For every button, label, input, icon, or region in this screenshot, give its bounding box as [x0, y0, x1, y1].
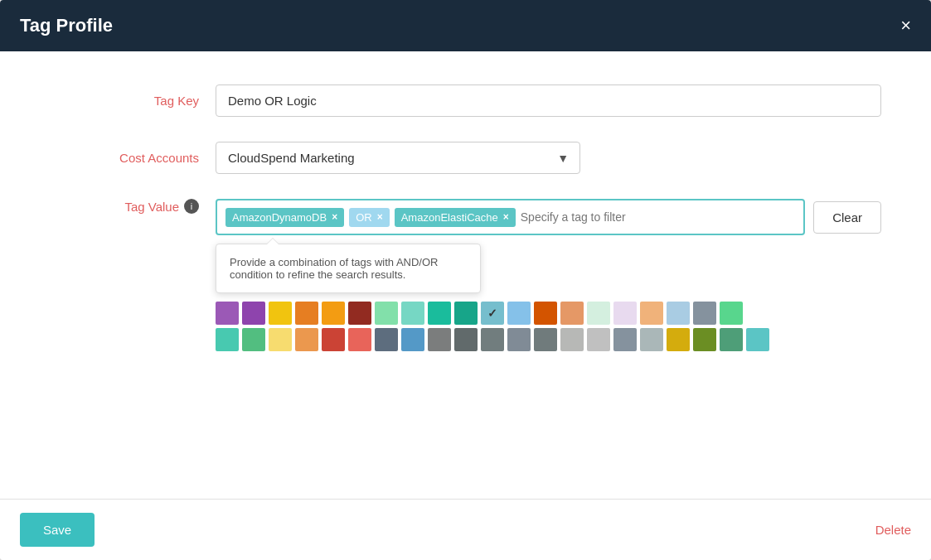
tag-chip-or: OR × [349, 208, 390, 227]
color-swatch[interactable] [216, 302, 239, 325]
color-swatch[interactable] [216, 328, 239, 351]
color-swatch[interactable] [640, 328, 663, 351]
modal-body: Tag Key Cost Accounts CloudSpend Marketi… [0, 51, 931, 499]
tag-chip-dynamodb-remove[interactable]: × [332, 211, 337, 223]
color-swatch[interactable] [454, 328, 478, 351]
tag-chip-or-label: OR [356, 211, 372, 224]
modal-header: Tag Profile × [0, 0, 931, 51]
tag-value-controls: AmazonDynamoDB × OR × AmazonElastiCache … [216, 199, 881, 235]
color-swatch[interactable] [322, 328, 345, 351]
color-swatch[interactable] [613, 328, 637, 351]
color-swatch[interactable] [613, 302, 637, 325]
color-swatch[interactable] [242, 328, 265, 351]
save-button[interactable]: Save [20, 513, 95, 547]
color-row-1: ✓ [216, 302, 881, 325]
color-swatch[interactable] [534, 302, 557, 325]
color-swatch[interactable] [375, 328, 398, 351]
tag-chip-elasticache-label: AmazonElastiCache [401, 211, 498, 224]
tag-key-label: Tag Key [50, 94, 216, 108]
color-swatch[interactable] [348, 302, 371, 325]
color-swatch[interactable] [560, 302, 584, 325]
color-swatch[interactable] [667, 328, 690, 351]
info-icon[interactable]: i [184, 199, 199, 214]
color-swatch[interactable] [242, 302, 265, 325]
tag-value-label-wrapper: Tag Value i [50, 199, 216, 214]
color-swatch[interactable] [428, 302, 451, 325]
color-swatch[interactable] [454, 302, 478, 325]
tag-filter-container[interactable]: AmazonDynamoDB × OR × AmazonElastiCache … [216, 199, 805, 235]
delete-button[interactable]: Delete [875, 523, 911, 537]
color-grid: ✓ [216, 302, 881, 351]
color-swatch[interactable] [507, 302, 531, 325]
tag-chip-dynamodb-label: AmazonDynamoDB [232, 211, 327, 224]
tag-chip-or-remove[interactable]: × [377, 211, 383, 223]
tooltip-text: Provide a combination of tags with AND/O… [230, 256, 438, 281]
tag-chip-dynamodb: AmazonDynamoDB × [225, 208, 344, 227]
color-swatch[interactable] [269, 302, 292, 325]
color-swatch[interactable] [693, 302, 716, 325]
color-swatch[interactable] [587, 328, 610, 351]
color-swatch[interactable] [746, 328, 769, 351]
color-swatch[interactable] [375, 302, 398, 325]
checkmark-icon: ✓ [487, 307, 497, 320]
color-swatch[interactable] [640, 302, 663, 325]
cost-accounts-select[interactable]: CloudSpend Marketing All Accounts [216, 142, 580, 174]
color-swatch[interactable] [693, 328, 716, 351]
color-swatch[interactable] [428, 328, 451, 351]
color-swatch[interactable] [560, 328, 584, 351]
modal-title: Tag Profile [20, 15, 113, 36]
close-button[interactable]: × [900, 17, 911, 35]
cost-accounts-label: Cost Accounts [50, 151, 216, 165]
color-swatch[interactable] [667, 302, 690, 325]
tag-key-control [216, 84, 881, 117]
color-swatch[interactable] [481, 328, 504, 351]
color-swatch[interactable] [507, 328, 531, 351]
color-swatch[interactable] [322, 302, 345, 325]
color-swatch-selected[interactable]: ✓ [481, 302, 504, 325]
color-swatch[interactable] [269, 328, 292, 351]
cost-accounts-row: Cost Accounts CloudSpend Marketing All A… [50, 142, 881, 174]
cost-accounts-control: CloudSpend Marketing All Accounts ▼ [216, 142, 881, 174]
cost-accounts-select-wrapper: CloudSpend Marketing All Accounts ▼ [216, 142, 580, 174]
color-swatch[interactable] [587, 302, 610, 325]
tag-key-row: Tag Key [50, 84, 881, 117]
tag-filter-input[interactable] [521, 210, 795, 224]
color-row-2 [216, 328, 881, 351]
tag-key-input[interactable] [216, 84, 881, 117]
color-swatch[interactable] [348, 328, 371, 351]
tag-chip-elasticache: AmazonElastiCache × [395, 208, 516, 227]
modal-footer: Save Delete [0, 499, 931, 560]
color-swatch[interactable] [720, 302, 743, 325]
color-swatch[interactable] [534, 328, 557, 351]
color-swatch[interactable] [401, 302, 424, 325]
tooltip-box: Provide a combination of tags with AND/O… [216, 244, 481, 293]
tag-value-label-text: Tag Value [124, 200, 179, 214]
color-swatch[interactable] [720, 328, 743, 351]
tag-value-row: Tag Value i AmazonDynamoDB × OR × Amazon… [50, 199, 881, 235]
color-swatch[interactable] [295, 328, 318, 351]
clear-button[interactable]: Clear [813, 201, 881, 234]
tag-profile-modal: Tag Profile × Tag Key Cost Accounts Clou… [0, 0, 931, 560]
tag-chip-elasticache-remove[interactable]: × [503, 211, 509, 223]
color-swatch[interactable] [295, 302, 318, 325]
color-swatch[interactable] [401, 328, 424, 351]
